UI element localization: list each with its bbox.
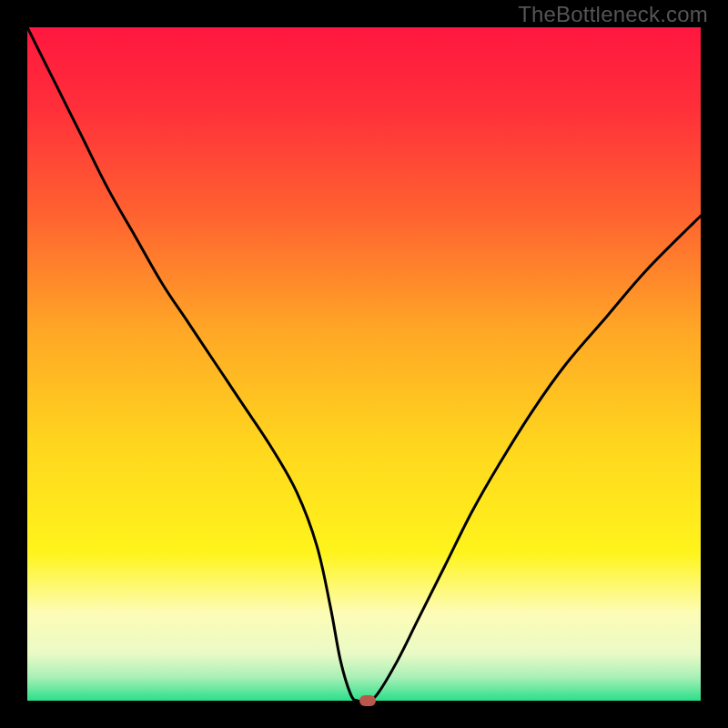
optimal-point-marker	[359, 695, 376, 706]
watermark-text: TheBottleneck.com	[518, 2, 708, 27]
gradient-background	[27, 27, 701, 701]
bottleneck-chart	[27, 27, 701, 701]
chart-frame: TheBottleneck.com	[0, 0, 728, 728]
